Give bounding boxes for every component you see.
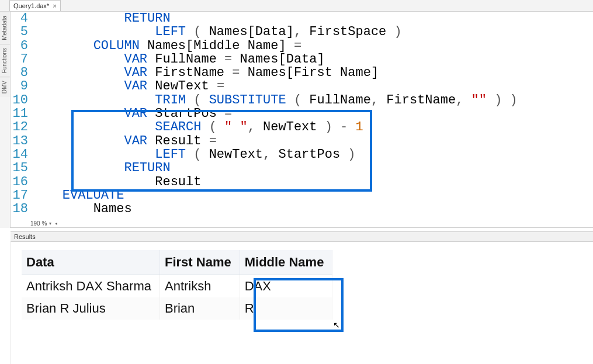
code-line[interactable]: VAR NewText = bbox=[32, 79, 593, 93]
code-line[interactable]: VAR StartPos = bbox=[32, 107, 593, 120]
code-line[interactable]: LEFT ( NewText, StartPos ) bbox=[32, 148, 593, 161]
sidetab-functions[interactable]: Functions bbox=[0, 44, 10, 77]
file-tab-label: Query1.dax* bbox=[13, 2, 49, 9]
line-number-gutter: 456789101112131415161718 bbox=[11, 12, 32, 216]
table-row[interactable]: Antriksh DAX SharmaAntrikshDAX bbox=[22, 275, 332, 298]
code-line[interactable]: RETURN bbox=[32, 161, 593, 175]
code-line[interactable]: VAR FullName = Names[Data] bbox=[32, 53, 593, 66]
code-line[interactable]: COLUMN Names[Middle Name] = bbox=[32, 39, 593, 53]
results-panel-header[interactable]: Results bbox=[11, 231, 593, 242]
zoom-value: 190 % bbox=[30, 220, 47, 227]
column-header[interactable]: Data bbox=[22, 250, 159, 275]
results-table[interactable]: DataFirst NameMiddle NameAntriksh DAX Sh… bbox=[22, 250, 332, 320]
table-cell: Antriksh DAX Sharma bbox=[22, 275, 159, 298]
code-line[interactable]: VAR FirstName = Names[First Name] bbox=[32, 66, 593, 79]
code-line[interactable]: SEARCH ( " ", NewText ) - 1 bbox=[32, 120, 593, 134]
file-tab[interactable]: Query1.dax* × bbox=[9, 0, 61, 11]
tab-bar: Query1.dax* × bbox=[0, 0, 593, 12]
table-cell: Antriksh bbox=[159, 275, 240, 298]
table-cell: R bbox=[240, 297, 332, 320]
close-icon[interactable]: × bbox=[53, 3, 56, 9]
sidetab-metadata[interactable]: Metadata bbox=[0, 12, 10, 44]
code-line[interactable]: TRIM ( SUBSTITUTE ( FullName, FirstName,… bbox=[32, 93, 593, 107]
results-panel-title: Results bbox=[14, 233, 36, 240]
code-line[interactable]: Result bbox=[32, 175, 593, 189]
table-cell: DAX bbox=[240, 275, 332, 298]
results-panel: DataFirst NameMiddle NameAntriksh DAX Sh… bbox=[11, 242, 593, 364]
table-cell: Brian bbox=[159, 297, 240, 320]
chevron-down-icon: ▾ bbox=[49, 221, 51, 226]
code-line[interactable]: EVALUATE bbox=[32, 189, 593, 202]
code-line[interactable]: Names bbox=[32, 202, 593, 216]
sidetab-dmv[interactable]: DMV bbox=[0, 77, 10, 97]
table-cell: Brian R Julius bbox=[22, 297, 159, 320]
chevron-left-icon: ◂ bbox=[55, 221, 57, 226]
code-editor[interactable]: 456789101112131415161718 RETURN LEFT ( N… bbox=[11, 12, 593, 228]
code-lines[interactable]: RETURN LEFT ( Names[Data], FirstSpace ) … bbox=[32, 12, 593, 216]
column-header[interactable]: Middle Name bbox=[240, 250, 332, 275]
code-line[interactable]: RETURN bbox=[32, 12, 593, 25]
side-tabs: Metadata Functions DMV bbox=[0, 12, 11, 228]
table-row[interactable]: Brian R JuliusBrianR bbox=[22, 297, 332, 320]
code-line[interactable]: LEFT ( Names[Data], FirstSpace ) bbox=[32, 25, 593, 39]
code-line[interactable]: VAR Result = bbox=[32, 134, 593, 148]
column-header[interactable]: First Name bbox=[159, 250, 240, 275]
zoom-indicator[interactable]: 190 % ▾ ◂ bbox=[11, 219, 57, 227]
